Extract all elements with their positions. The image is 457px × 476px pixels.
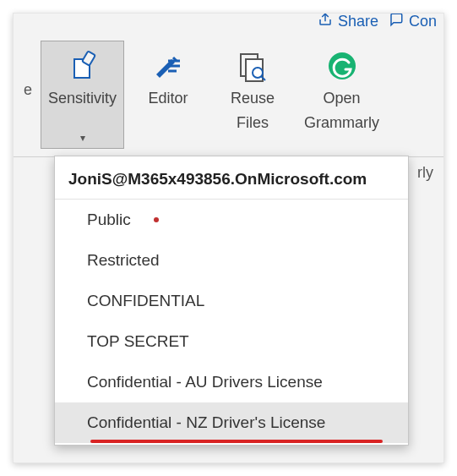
option-label: Confidential - NZ Driver's License bbox=[87, 413, 325, 431]
sensitivity-button[interactable]: Sensitivity ▾ bbox=[41, 41, 124, 149]
chevron-down-icon: ▾ bbox=[41, 132, 123, 145]
share-icon bbox=[318, 13, 333, 31]
sensitivity-icon bbox=[66, 48, 100, 84]
grammarly-label-1: Open bbox=[324, 89, 361, 108]
share-button[interactable]: Share bbox=[318, 13, 378, 31]
option-label: Restricted bbox=[87, 251, 160, 269]
sensitivity-option-restricted[interactable]: Restricted bbox=[55, 240, 408, 281]
option-label: CONFIDENTIAL bbox=[87, 292, 204, 309]
share-label: Share bbox=[338, 13, 378, 30]
sensitivity-option-au-license[interactable]: Confidential - AU Drivers License bbox=[55, 362, 408, 402]
sensitivity-label: Sensitivity bbox=[48, 89, 117, 108]
sensitivity-option-public[interactable]: Public bbox=[55, 200, 408, 240]
option-label: TOP SECRET bbox=[87, 332, 189, 350]
editor-label: Editor bbox=[149, 89, 188, 108]
ribbon: e Sensitivity ▾ Editor bbox=[14, 14, 443, 157]
comments-button[interactable]: Con bbox=[389, 13, 437, 31]
editor-button[interactable]: Editor bbox=[128, 41, 209, 149]
sensitivity-dropdown: JoniS@M365x493856.OnMicrosoft.com Public… bbox=[54, 156, 409, 446]
annotation-underline bbox=[90, 440, 383, 443]
sensitivity-option-nz-license[interactable]: Confidential - NZ Driver's License bbox=[55, 402, 408, 443]
dropdown-account-header: JoniS@M365x493856.OnMicrosoft.com bbox=[55, 165, 408, 200]
comment-icon bbox=[389, 13, 404, 31]
grammarly-button[interactable]: Open Grammarly bbox=[297, 41, 387, 149]
sensitivity-option-confidential[interactable]: CONFIDENTIAL bbox=[55, 281, 408, 321]
grammarly-label-2: Grammarly bbox=[304, 113, 379, 133]
option-label: Public bbox=[87, 211, 131, 228]
reuse-files-label-1: Reuse bbox=[231, 89, 275, 108]
reuse-files-icon bbox=[236, 48, 269, 84]
reuse-files-button[interactable]: Reuse Files bbox=[212, 41, 293, 149]
grammarly-cutoff-text: rly bbox=[417, 164, 433, 182]
reuse-files-label-2: Files bbox=[237, 113, 269, 133]
red-dot-indicator bbox=[154, 217, 159, 222]
app-window: Share Con e Sensitivity ▾ bbox=[13, 13, 444, 463]
title-bar-actions: Share Con bbox=[311, 13, 443, 35]
grammarly-icon bbox=[325, 48, 359, 84]
option-label: Confidential - AU Drivers License bbox=[87, 373, 323, 391]
editor-icon bbox=[151, 48, 185, 84]
comments-label-partial: Con bbox=[409, 13, 437, 30]
svg-rect-1 bbox=[82, 51, 95, 65]
ribbon-left-partial: e bbox=[19, 41, 37, 99]
sensitivity-option-top-secret[interactable]: TOP SECRET bbox=[55, 321, 408, 362]
